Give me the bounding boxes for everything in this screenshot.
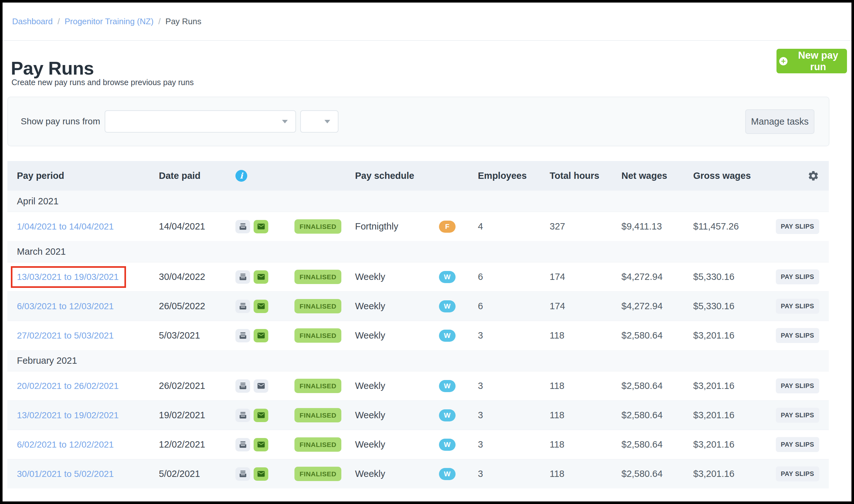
filter-panel: Show pay runs from Manage tasks [7, 96, 830, 146]
payslips-button[interactable]: PAY SLIPS [776, 299, 819, 314]
pay-run-row: 13/02/2021 to 19/02/2021 19/02/2021 FINA… [7, 400, 829, 430]
envelope-badge [254, 379, 268, 393]
status-badge: FINALISED [294, 299, 341, 313]
employees-value: 3 [478, 439, 550, 450]
month-group-label: April 2021 [17, 196, 59, 206]
schedule-frequency-badge: W [439, 380, 456, 392]
payslips-button[interactable]: PAY SLIPS [776, 219, 819, 234]
net-wages-value: $2,580.64 [622, 439, 693, 450]
pay-period-link[interactable]: 6/02/2021 to 12/02/2021 [17, 439, 114, 449]
page-subtitle: Create new pay runs and browse previous … [12, 78, 194, 87]
pay-runs-page: Dashboard / Progenitor Training (NZ) / P… [3, 3, 851, 501]
gross-wages-value: $11,457.26 [693, 221, 775, 232]
month-group-header: April 2021 [7, 191, 829, 212]
envelope-badge [254, 329, 268, 342]
breadcrumb: Dashboard / Progenitor Training (NZ) / P… [12, 17, 201, 26]
page-title: Pay Runs [11, 57, 94, 79]
journal-exported-icon [236, 438, 250, 451]
column-header-net-wages: Net wages [622, 170, 693, 181]
plus-circle-icon [779, 56, 788, 67]
date-paid-value: 26/05/2022 [159, 301, 236, 311]
payslips-button[interactable]: PAY SLIPS [776, 378, 819, 393]
total-hours-value: 118 [550, 469, 622, 479]
filter-secondary-select[interactable] [300, 110, 338, 132]
column-header-employees: Employees [478, 170, 550, 181]
column-settings-gear-icon[interactable] [807, 170, 819, 182]
net-wages-value: $2,580.64 [622, 410, 693, 420]
payslips-button[interactable]: PAY SLIPS [776, 408, 819, 423]
pay-period-link[interactable]: 20/02/2021 to 26/02/2021 [17, 381, 119, 391]
envelope-badge [254, 270, 268, 284]
date-paid-value: 30/04/2022 [159, 272, 236, 282]
table-header-row: Pay period Date paid i Pay schedule Empl… [7, 161, 829, 191]
pay-schedule-name: Weekly [355, 381, 385, 391]
month-group-label: February 2021 [17, 356, 77, 366]
new-pay-run-button[interactable]: New pay run [777, 49, 847, 73]
pay-schedule-name: Weekly [355, 272, 385, 282]
employees-value: 4 [478, 221, 550, 232]
envelope-badge [254, 438, 268, 451]
journal-exported-icon [236, 467, 250, 481]
pay-runs-from-select[interactable] [105, 110, 296, 132]
total-hours-value: 327 [550, 221, 622, 232]
pay-schedule-name: Weekly [355, 469, 385, 479]
status-badge: FINALISED [294, 379, 341, 393]
pay-period-link[interactable]: 27/02/2021 to 5/03/2021 [17, 330, 114, 340]
journal-exported-icon [236, 300, 250, 313]
gross-wages-value: $3,201.16 [693, 439, 775, 450]
pay-period-link[interactable]: 30/01/2021 to 5/02/2021 [17, 469, 114, 479]
gross-wages-value: $3,201.16 [693, 410, 775, 420]
pay-period-link[interactable]: 13/03/2021 to 19/03/2021 [11, 266, 126, 288]
pay-period-link[interactable]: 13/02/2021 to 19/02/2021 [17, 410, 119, 420]
schedule-frequency-badge: W [439, 439, 456, 451]
status-badge: FINALISED [294, 328, 341, 343]
envelope-icon [257, 440, 265, 449]
filter-label: Show pay runs from [21, 116, 100, 127]
gross-wages-value: $5,330.16 [693, 272, 775, 282]
journal-exported-icon [236, 379, 250, 393]
schedule-frequency-badge: W [439, 409, 456, 421]
envelope-icon [257, 470, 265, 478]
status-badge: FINALISED [294, 467, 341, 481]
total-hours-value: 174 [550, 272, 622, 282]
column-header-date-paid: Date paid [159, 170, 236, 181]
total-hours-value: 118 [550, 439, 622, 450]
pay-run-row: 27/02/2021 to 5/03/2021 5/03/2021 FINALI… [7, 321, 829, 350]
breadcrumb-dashboard[interactable]: Dashboard [12, 17, 53, 26]
month-group-header: February 2021 [7, 350, 829, 371]
gross-wages-value: $3,201.16 [693, 330, 775, 341]
date-paid-value: 14/04/2021 [159, 221, 236, 232]
column-header-gross-wages: Gross wages [693, 170, 775, 181]
new-pay-run-label: New pay run [791, 50, 845, 73]
net-wages-value: $4,272.94 [622, 272, 693, 282]
total-hours-value: 118 [550, 330, 622, 341]
schedule-frequency-badge: F [439, 221, 456, 233]
payslips-button[interactable]: PAY SLIPS [776, 437, 819, 452]
journal-exported-icon [236, 329, 250, 342]
date-paid-value: 5/02/2021 [159, 469, 236, 479]
month-group-label: March 2021 [17, 247, 66, 257]
employees-value: 6 [478, 272, 550, 282]
chevron-down-icon [325, 120, 330, 123]
info-icon[interactable]: i [236, 170, 247, 182]
payslips-button[interactable]: PAY SLIPS [776, 328, 819, 343]
envelope-badge [254, 409, 268, 422]
journal-exported-icon [236, 270, 250, 284]
breadcrumb-separator: / [57, 17, 60, 26]
column-header-total-hours: Total hours [550, 170, 622, 181]
payslips-button[interactable]: PAY SLIPS [776, 466, 819, 481]
gross-wages-value: $5,330.16 [693, 301, 775, 311]
pay-period-link[interactable]: 6/03/2021 to 12/03/2021 [17, 301, 114, 311]
net-wages-value: $4,272.94 [622, 301, 693, 311]
breadcrumb-business[interactable]: Progenitor Training (NZ) [65, 17, 154, 26]
pay-run-row: 13/03/2021 to 19/03/2021 30/04/2022 FINA… [7, 262, 829, 291]
pay-schedule-name: Weekly [355, 330, 385, 341]
pay-schedule-name: Weekly [355, 301, 385, 311]
pay-period-link[interactable]: 1/04/2021 to 14/04/2021 [17, 221, 114, 231]
chevron-down-icon [282, 120, 288, 123]
employees-value: 3 [478, 330, 550, 341]
manage-tasks-button[interactable]: Manage tasks [745, 109, 815, 134]
payslips-button[interactable]: PAY SLIPS [776, 269, 819, 284]
envelope-badge [254, 467, 268, 481]
pay-run-row: 20/02/2021 to 26/02/2021 26/02/2021 FINA… [7, 371, 829, 400]
